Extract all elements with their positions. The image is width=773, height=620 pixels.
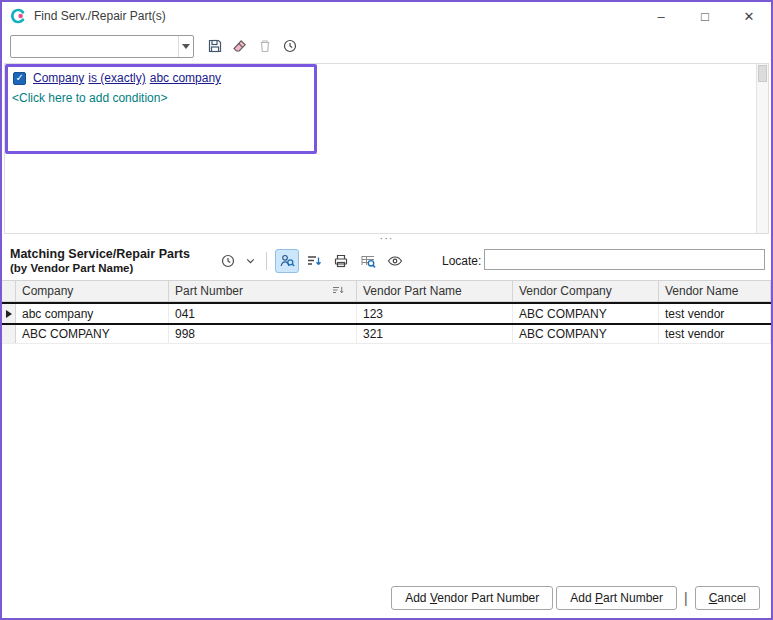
window-title: Find Serv./Repair Part(s) [34, 9, 166, 23]
save-icon [207, 38, 223, 54]
clock-icon [220, 253, 236, 269]
filter-preset-input[interactable] [11, 36, 178, 57]
splitter-handle[interactable]: ··· [2, 232, 771, 244]
sort-button[interactable] [302, 249, 326, 273]
sort-icon [306, 253, 322, 269]
gutter-header-cell [2, 281, 16, 301]
add-condition-link[interactable]: <Click here to add condition> [12, 91, 167, 105]
user-search-icon [279, 253, 295, 269]
header-vendor-name[interactable]: Vendor Name [659, 281, 771, 301]
cell-vendor-name: test vendor [659, 304, 771, 323]
footer: Add Vendor Part Number Add Part Number |… [391, 586, 760, 610]
minimize-button[interactable]: – [639, 2, 683, 30]
condition-operator-link[interactable]: is (exactly) [88, 71, 145, 85]
results-grid: Company Part Number Vendor Part Name Ven… [2, 280, 771, 344]
cell-vendor-part-name: 123 [357, 304, 513, 323]
cancel-button[interactable]: Cancel [695, 586, 760, 610]
history-dropdown-button[interactable] [243, 249, 258, 273]
eye-icon [387, 253, 403, 269]
grid-search-icon [360, 253, 376, 269]
table-row[interactable]: abc company 041 123 ABC COMPANY test ven… [2, 302, 771, 325]
chevron-down-icon [244, 253, 257, 269]
results-history-button[interactable] [216, 249, 240, 273]
preview-button[interactable] [383, 249, 407, 273]
print-button[interactable] [329, 249, 353, 273]
header-company[interactable]: Company [16, 281, 169, 301]
condition-checkbox[interactable] [13, 72, 26, 85]
clock-icon [282, 38, 298, 54]
condition-panel: Company is (exactly) abc company <Click … [4, 63, 769, 234]
results-title: Matching Service/Repair Parts [10, 247, 190, 261]
maximize-button[interactable]: □ [683, 2, 727, 30]
condition-row: Company is (exactly) abc company [13, 71, 225, 85]
cell-part-number: 998 [169, 325, 357, 343]
current-row-marker-icon [6, 310, 12, 318]
button-separator: | [684, 590, 688, 606]
printer-icon [333, 253, 349, 269]
add-vendor-part-number-button[interactable]: Add Vendor Part Number [391, 586, 553, 610]
header-vendor-company[interactable]: Vendor Company [513, 281, 659, 301]
scrollbar-thumb[interactable] [758, 65, 767, 82]
condition-value-link[interactable]: abc company [150, 71, 221, 85]
table-row[interactable]: ABC COMPANY 998 321 ABC COMPANY test ven… [2, 325, 771, 344]
filter-toolbar [10, 34, 302, 58]
header-vendor-part-name[interactable]: Vendor Part Name [357, 281, 513, 301]
results-toolbar [216, 248, 407, 274]
search-by-vendor-button[interactable] [275, 249, 299, 273]
clear-filter-button[interactable] [227, 34, 252, 58]
combo-dropdown-button[interactable] [178, 36, 193, 57]
condition-field-link[interactable]: Company [33, 71, 84, 85]
chevron-down-icon [182, 44, 190, 49]
trash-icon [257, 38, 273, 54]
row-selector-cell [2, 304, 16, 323]
sort-ascending-icon [332, 284, 344, 298]
filter-history-button[interactable] [277, 34, 302, 58]
grid-search-button[interactable] [356, 249, 380, 273]
cell-vendor-part-name: 321 [357, 325, 513, 343]
find-parts-window: Find Serv./Repair Part(s) – □ ✕ [0, 0, 773, 620]
close-button[interactable]: ✕ [727, 2, 771, 30]
add-part-number-button[interactable]: Add Part Number [556, 586, 677, 610]
grid-header-row: Company Part Number Vendor Part Name Ven… [2, 280, 771, 302]
delete-filter-button[interactable] [252, 34, 277, 58]
eraser-icon [232, 38, 248, 54]
locate-input[interactable] [484, 249, 765, 270]
condition-scrollbar[interactable] [756, 64, 768, 233]
cell-vendor-company: ABC COMPANY [513, 325, 659, 343]
results-subtitle: (by Vendor Part Name) [10, 262, 133, 274]
cell-company: abc company [16, 304, 169, 323]
toolbar-separator [266, 252, 267, 270]
cell-company: ABC COMPANY [16, 325, 169, 343]
cell-vendor-company: ABC COMPANY [513, 304, 659, 323]
titlebar: Find Serv./Repair Part(s) – □ ✕ [2, 2, 771, 30]
header-part-number[interactable]: Part Number [169, 281, 357, 301]
save-filter-button[interactable] [202, 34, 227, 58]
cell-part-number: 041 [169, 304, 357, 323]
row-selector-cell [2, 325, 16, 343]
locate-label: Locate: [442, 254, 481, 268]
cell-vendor-name: test vendor [659, 325, 771, 343]
app-logo-icon [10, 8, 26, 24]
filter-preset-combobox[interactable] [10, 35, 194, 58]
